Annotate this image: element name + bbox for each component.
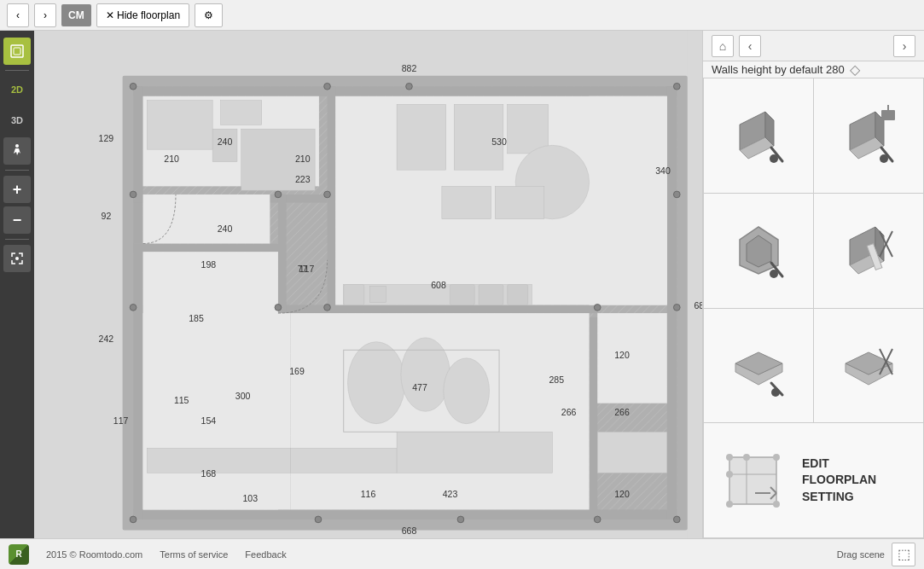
svg-text:198: 198: [201, 259, 217, 270]
hide-floorplan-button[interactable]: ✕ Hide floorplan: [96, 3, 189, 27]
svg-point-130: [726, 471, 733, 478]
svg-text:340: 340: [655, 165, 671, 176]
svg-point-60: [324, 305, 331, 311]
svg-text:285: 285: [549, 374, 564, 385]
back-nav-button[interactable]: ‹: [739, 35, 761, 57]
svg-text:240: 240: [218, 136, 233, 147]
svg-rect-9: [133, 86, 143, 520]
svg-rect-25: [147, 101, 212, 150]
svg-text:116: 116: [361, 489, 376, 499]
svg-rect-39: [479, 285, 503, 305]
wall-shape-tool[interactable]: [704, 194, 813, 308]
drag-scene-label: Drag scene: [837, 549, 885, 560]
svg-rect-7: [133, 86, 677, 96]
wall-draw-icon: [724, 102, 793, 170]
panel-nav: ⌂ ‹: [712, 35, 761, 57]
svg-text:266: 266: [614, 407, 630, 417]
svg-point-49: [130, 83, 137, 90]
drag-scene-area: Drag scene ⬚: [837, 543, 915, 566]
floor-cut-tool[interactable]: [814, 309, 923, 423]
svg-text:103: 103: [243, 493, 259, 503]
wall-draw-alt-tool[interactable]: [814, 78, 923, 193]
svg-text:120: 120: [614, 350, 630, 360]
wall-cut-tool[interactable]: [814, 194, 923, 308]
svg-rect-24: [143, 313, 291, 509]
svg-rect-0: [11, 45, 23, 57]
terms-link[interactable]: Terms of service: [160, 549, 228, 560]
svg-rect-45: [147, 448, 290, 473]
select-tool-button[interactable]: [3, 38, 31, 65]
svg-point-2: [15, 144, 19, 148]
svg-text:168: 168: [201, 468, 217, 479]
svg-rect-33: [442, 186, 491, 218]
feedback-link[interactable]: Feedback: [245, 549, 286, 560]
svg-rect-1: [14, 48, 20, 55]
svg-text:185: 185: [189, 313, 204, 323]
home-nav-button[interactable]: ⌂: [712, 35, 734, 57]
mode-3d-button[interactable]: 3D: [3, 107, 31, 134]
svg-rect-10: [667, 86, 677, 520]
floor-cut-icon: [834, 331, 903, 399]
svg-point-131: [726, 501, 733, 508]
svg-point-58: [324, 83, 331, 90]
dim-left-3: 242: [99, 334, 114, 344]
svg-rect-26: [221, 101, 262, 125]
back-button[interactable]: ‹: [7, 3, 29, 27]
dim-left-2: 92: [102, 211, 112, 221]
svg-point-64: [594, 516, 601, 523]
forward-button[interactable]: ›: [34, 3, 56, 27]
mode-2d-button[interactable]: 2D: [3, 76, 31, 103]
unit-button[interactable]: CM: [61, 4, 91, 26]
svg-point-57: [130, 191, 137, 198]
floorplan-svg: 882 668 129 92 242 683 240 210 210 223 5…: [34, 31, 702, 538]
svg-text:117: 117: [299, 264, 315, 274]
svg-point-132: [773, 501, 780, 508]
svg-point-56: [130, 305, 137, 311]
wall-draw-alt-icon: [834, 102, 903, 170]
zoom-in-button[interactable]: +: [3, 176, 31, 203]
fit-view-button[interactable]: [3, 245, 31, 272]
svg-rect-18: [143, 195, 270, 244]
wall-draw-tool[interactable]: [704, 78, 813, 193]
separator: [5, 239, 29, 240]
svg-rect-29: [397, 104, 446, 170]
spinner-icon: ◇: [850, 61, 860, 78]
zoom-out-button[interactable]: −: [3, 206, 31, 234]
svg-text:300: 300: [235, 391, 251, 401]
right-panel: ⌂ ‹ › Walls height by default 280 ◇: [702, 31, 924, 538]
separator: [5, 70, 29, 71]
svg-text:223: 223: [295, 174, 311, 184]
svg-text:530: 530: [491, 136, 507, 147]
top-toolbar: ‹ › CM ✕ Hide floorplan ⚙: [0, 0, 924, 31]
svg-rect-38: [450, 285, 474, 305]
svg-rect-21: [290, 313, 589, 509]
svg-point-119: [771, 388, 780, 397]
forward-nav-button[interactable]: ›: [893, 35, 915, 57]
floor-draw-tool[interactable]: [704, 309, 813, 423]
copyright-text: 2015 © Roomtodo.com: [46, 549, 142, 560]
svg-point-98: [770, 154, 778, 163]
svg-point-62: [275, 305, 282, 311]
dim-left-1: 129: [99, 133, 114, 143]
svg-point-128: [743, 454, 750, 461]
edit-floorplan-icon: [721, 446, 785, 514]
svg-rect-22: [597, 313, 667, 404]
floor-draw-icon: [724, 331, 793, 399]
walk-mode-button[interactable]: [3, 137, 31, 165]
svg-point-103: [880, 154, 888, 163]
svg-point-61: [275, 191, 282, 198]
svg-text:210: 210: [295, 154, 311, 164]
svg-rect-16: [133, 244, 278, 253]
svg-point-55: [130, 516, 137, 523]
svg-point-43: [444, 358, 490, 424]
settings-button[interactable]: ⚙: [195, 3, 223, 27]
svg-text:120: 120: [614, 489, 630, 499]
bottom-bar: R 2015 © Roomtodo.com Terms of service F…: [0, 538, 924, 569]
svg-rect-104: [881, 110, 895, 120]
canvas-area[interactable]: 882 668 129 92 242 683 240 210 210 223 5…: [34, 31, 702, 538]
svg-text:423: 423: [443, 489, 458, 499]
svg-point-63: [594, 305, 601, 311]
svg-rect-31: [508, 104, 549, 154]
svg-point-52: [673, 191, 680, 198]
edit-floorplan-tool[interactable]: EDIT FLOORPLAN SETTING: [704, 423, 923, 537]
